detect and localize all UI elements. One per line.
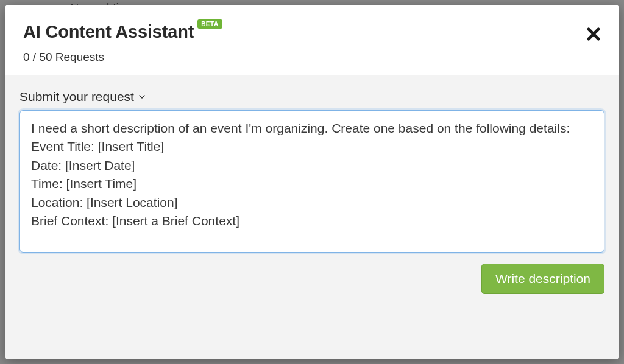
beta-badge: BETA	[197, 19, 222, 29]
close-icon	[586, 27, 601, 41]
write-description-button[interactable]: Write description	[481, 264, 604, 294]
prompt-template-dropdown[interactable]: Submit your request	[20, 89, 146, 105]
prompt-textarea[interactable]	[20, 110, 604, 253]
modal-actions: Write description	[20, 264, 604, 294]
requests-counter: 0 / 50 Requests	[23, 51, 601, 64]
modal-header: AI Content Assistant BETA 0 / 50 Request…	[5, 5, 619, 75]
close-button[interactable]	[585, 26, 602, 43]
ai-assistant-modal: AI Content Assistant BETA 0 / 50 Request…	[5, 5, 619, 359]
modal-title: AI Content Assistant	[23, 22, 194, 42]
modal-body: Submit your request Write description	[5, 75, 619, 359]
prompt-label-text: Submit your request	[20, 89, 134, 104]
chevron-down-icon	[138, 93, 146, 101]
title-row: AI Content Assistant BETA	[23, 22, 601, 42]
